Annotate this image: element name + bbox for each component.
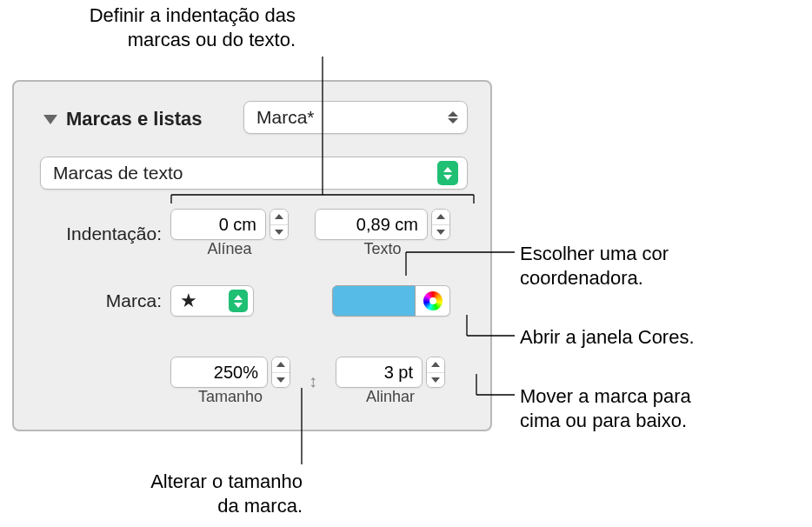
bullet-size-sublabel: Tamanho	[198, 388, 263, 406]
text-indent-stepper-buttons[interactable]	[431, 209, 450, 240]
bullet-glyph-popup[interactable]: ★	[170, 285, 254, 317]
callout-move-bullet-text: Mover a marca para cima ou para baixo.	[520, 385, 691, 431]
bullet-indent-input[interactable]	[170, 209, 266, 240]
chevron-up-icon	[276, 362, 285, 367]
chevron-down-icon	[436, 230, 445, 235]
chevron-updown-icon	[448, 111, 458, 123]
bullet-indent-step-down[interactable]	[270, 225, 288, 240]
text-indent-input[interactable]	[315, 209, 428, 240]
open-colors-button[interactable]	[416, 285, 450, 317]
chevron-down-icon	[275, 230, 283, 235]
callout-open-colors-text: Abrir a janela Cores.	[520, 326, 695, 348]
bullet-glyph-icon: ★	[180, 291, 197, 310]
callout-coord-color: Escolher uma cor coordenadora.	[520, 242, 807, 290]
bullet-size-stepper-buttons[interactable]	[271, 357, 290, 388]
chevron-updown-icon	[229, 290, 248, 312]
text-indent-sublabel: Texto	[363, 240, 401, 258]
callout-indent: Definir a indentação das marcas ou do te…	[12, 3, 296, 51]
chevron-down-icon	[276, 377, 285, 383]
indent-label: Indentação:	[40, 223, 170, 244]
bullet-indent-sublabel: Alínea	[207, 240, 251, 258]
callout-open-colors: Abrir a janela Cores.	[520, 325, 807, 350]
bullet-type-popup-value: Marcas de texto	[53, 163, 183, 183]
bullet-align-step-up[interactable]	[427, 357, 444, 373]
bullet-color-well[interactable]	[332, 285, 416, 317]
text-indent-stepper	[315, 209, 450, 240]
bullet-align-input[interactable]	[336, 357, 423, 388]
align-lock-icon: ↕	[303, 370, 323, 394]
bullet-type-popup[interactable]: Marcas de texto	[40, 157, 468, 190]
bullet-align-step-down[interactable]	[427, 373, 444, 388]
list-style-popup[interactable]: Marca*	[243, 101, 468, 134]
bullet-align-stepper-buttons[interactable]	[426, 357, 445, 388]
bullets-lists-panel: Marcas e listas Marca* Marcas de texto I…	[12, 80, 492, 431]
callout-bullet-size: Alterar o tamanho da marca.	[50, 470, 303, 517]
callout-coord-color-text: Escolher uma cor coordenadora.	[520, 243, 669, 289]
bullet-indent-stepper-buttons[interactable]	[270, 209, 289, 240]
chevron-updown-icon	[437, 161, 458, 185]
color-wheel-icon	[423, 291, 443, 310]
section-title: Marcas e listas	[66, 108, 203, 130]
chevron-down-icon	[431, 377, 440, 383]
callout-move-bullet: Mover a marca para cima ou para baixo.	[520, 384, 812, 432]
bullet-size-input[interactable]	[170, 357, 268, 388]
section-header[interactable]: Marcas e listas	[43, 108, 203, 130]
bullet-size-step-up[interactable]	[272, 357, 290, 373]
chevron-up-icon	[436, 214, 445, 219]
bullet-label: Marca:	[40, 290, 170, 311]
text-indent-step-up[interactable]	[432, 210, 449, 225]
bullet-align-sublabel: Alinhar	[366, 388, 415, 406]
callout-bullet-size-text: Alterar o tamanho da marca.	[150, 470, 303, 517]
chevron-up-icon	[275, 214, 283, 219]
bullet-indent-stepper	[170, 209, 289, 240]
bullet-size-stepper	[170, 357, 290, 388]
callout-indent-text: Definir a indentação das marcas ou do te…	[90, 4, 296, 50]
text-indent-step-down[interactable]	[432, 225, 449, 240]
bullet-align-stepper	[336, 357, 445, 388]
chevron-up-icon	[431, 362, 440, 367]
list-style-popup-value: Marca*	[256, 107, 315, 128]
disclosure-triangle-icon	[43, 115, 57, 124]
bullet-indent-step-up[interactable]	[270, 210, 288, 225]
bullet-size-step-down[interactable]	[272, 373, 290, 388]
